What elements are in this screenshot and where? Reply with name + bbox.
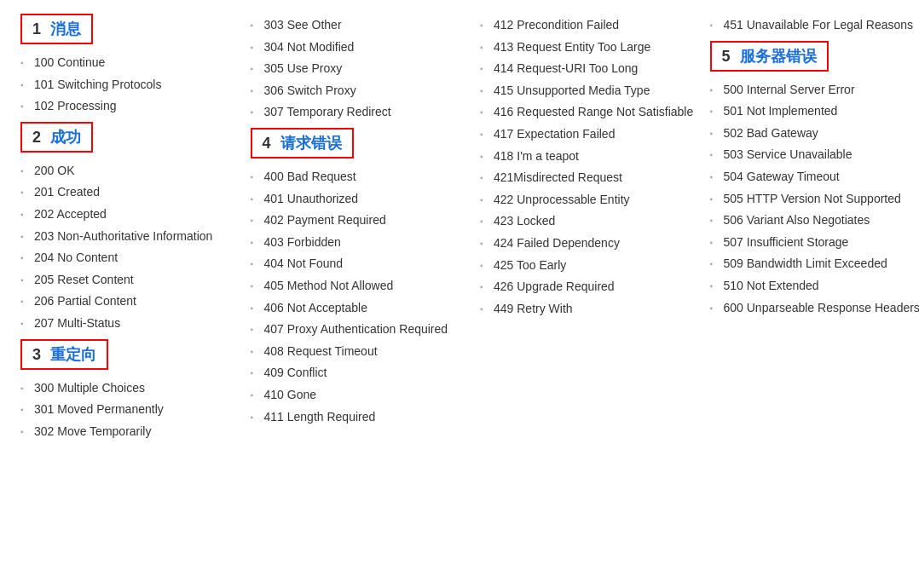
list-item: 410 Gone [251,387,467,404]
list-item: 600 Unparseable Response Headers [710,300,920,317]
section-1-header: 1 消息 [20,14,93,44]
list-item: 207 Multi-Status [20,315,237,332]
list-item: 415 Unsupported Media Type [480,83,696,100]
list-item: 405 Method Not Allowed [251,278,467,295]
column-3: 412 Precondition Failed 413 Request Enti… [473,14,703,447]
list-item: 509 Bandwidth Limit Exceeded [710,256,920,273]
list-item: 421Misdirected Request [480,170,696,187]
list-item: 504 Gateway Timeout [710,169,920,186]
section-5-label: 服务器错误 [740,48,817,65]
list-item: 408 Request Timeout [251,343,467,360]
list-item: 302 Move Temporarily [20,424,237,441]
section-5-number: 5 [722,48,731,65]
list-item: 412 Precondition Failed [480,17,696,34]
list-item: 426 Upgrade Required [480,279,696,296]
list-item: 202 Accepted [20,206,237,223]
list-item: 400 Bad Request [251,169,467,186]
list-item: 100 Continue [20,55,237,72]
list-item: 404 Not Found [251,256,467,273]
list-item: 416 Requested Range Not Satisfiable [480,104,696,121]
list-item: 200 OK [20,163,237,180]
list-item: 503 Service Unavailable [710,147,920,164]
section-1-label: 消息 [50,20,81,37]
list-item: 424 Failed Dependency [480,235,696,252]
list-item: 300 Multiple Choices [20,380,237,397]
list-item: 305 Use Proxy [251,61,467,78]
list-item: 411 Length Required [251,409,467,426]
list-item: 401 Unauthorized [251,191,467,208]
list-item: 505 HTTP Version Not Supported [710,191,920,208]
section-4-list: 400 Bad Request 401 Unauthorized 402 Pay… [251,169,467,425]
list-item: 306 Switch Proxy [251,83,467,100]
list-item: 418 I'm a teapot [480,148,696,165]
list-item: 201 Created [20,184,237,201]
section-2-number: 2 [32,129,41,146]
list-item: 101 Switching Protocols [20,77,237,94]
list-item: 423 Locked [480,213,696,230]
list-item: 301 Moved Permanently [20,401,237,418]
main-layout: 1 消息 100 Continue 101 Switching Protocol… [14,14,919,447]
section-3-header: 3 重定向 [20,339,108,370]
list-item: 501 Not Implemented [710,103,920,120]
list-item: 402 Payment Required [251,212,467,229]
list-item: 409 Conflict [251,365,467,382]
list-item: 417 Expectation Failed [480,126,696,143]
list-item: 205 Reset Content [20,272,237,289]
section-3-number: 3 [32,346,41,363]
section-4-label: 请求错误 [280,135,342,152]
list-item: 414 Request-URI Too Long [480,61,696,78]
section-3-list: 300 Multiple Choices 301 Moved Permanent… [20,380,237,441]
section-1-list: 100 Continue 101 Switching Protocols 102… [20,55,237,115]
section-3-label: 重定向 [50,346,96,363]
list-item: 403 Forbidden [251,234,467,251]
list-item: 500 Internal Server Error [710,82,920,99]
list-item: 203 Non-Authoritative Information [20,228,237,245]
list-item: 506 Variant Also Negotiates [710,212,920,229]
list-item: 304 Not Modified [251,39,467,56]
list-item: 407 Proxy Authentication Required [251,321,467,338]
list-item: 204 No Content [20,250,237,267]
list-item: 406 Not Acceptable [251,300,467,317]
column-1: 1 消息 100 Continue 101 Switching Protocol… [14,14,244,447]
section-2-header: 2 成功 [20,122,93,153]
list-item: 413 Request Entity Too Large [480,39,696,56]
section-4-header: 4 请求错误 [251,128,354,159]
section-3-cont-list: 303 See Other 304 Not Modified 305 Use P… [251,17,467,121]
list-item: 425 Too Early [480,257,696,274]
section-2-list: 200 OK 201 Created 202 Accepted 203 Non-… [20,163,237,332]
list-item: 422 Unprocessable Entity [480,192,696,209]
section-4-number: 4 [263,135,271,152]
list-item: 206 Partial Content [20,293,237,310]
column-2: 303 See Other 304 Not Modified 305 Use P… [244,14,474,447]
section-4-cont-list: 412 Precondition Failed 413 Request Enti… [480,17,696,317]
list-item: 102 Processing [20,98,237,115]
list-item: 510 Not Extended [710,278,920,295]
section-2-label: 成功 [50,129,81,146]
column-4: 451 Unavailable For Legal Reasons 5 服务器错… [703,14,920,447]
section-5-list: 500 Internal Server Error 501 Not Implem… [710,82,920,317]
section-4-tail-list: 451 Unavailable For Legal Reasons [710,17,920,34]
list-item: 303 See Other [251,17,467,34]
section-5-header: 5 服务器错误 [710,41,829,72]
section-1-number: 1 [32,20,41,37]
list-item: 507 Insufficient Storage [710,234,920,251]
list-item: 451 Unavailable For Legal Reasons [710,17,920,34]
list-item: 307 Temporary Redirect [251,104,467,121]
list-item: 502 Bad Gateway [710,125,920,142]
list-item: 449 Retry With [480,301,696,318]
